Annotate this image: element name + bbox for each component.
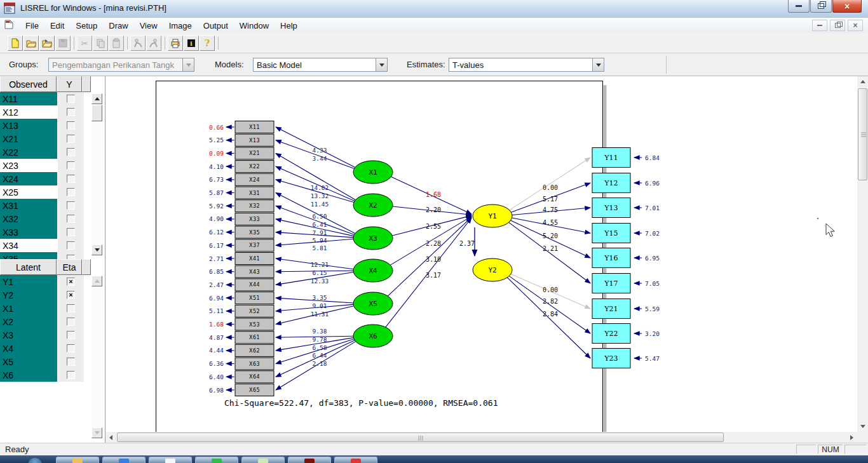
latent-checkbox-x5[interactable] (67, 358, 75, 366)
menu-file[interactable]: File (20, 19, 44, 32)
observed-checkbox-x13[interactable] (67, 121, 75, 130)
print-button[interactable] (168, 36, 183, 51)
mdi-close-button[interactable]: × (848, 20, 863, 31)
observed-checkbox-x34[interactable] (67, 241, 75, 250)
about-button[interactable]: i (184, 36, 199, 51)
mdi-restore-button[interactable] (830, 20, 845, 31)
observed-row-x24[interactable]: X24 (0, 172, 105, 185)
menu-draw[interactable]: Draw (103, 19, 133, 32)
canvas-vertical-scrollbar[interactable] (857, 76, 868, 432)
import-file-button[interactable] (39, 36, 55, 51)
minimize-button[interactable] (788, 0, 810, 13)
latent-checkbox-y1[interactable]: × (67, 278, 75, 286)
windows-taskbar[interactable] (0, 455, 868, 463)
latent-checkbox-y2[interactable]: × (67, 291, 75, 299)
observed-checkbox-x35[interactable] (67, 255, 75, 259)
latent-row-x5[interactable]: X5 (0, 355, 105, 368)
groups-dropdown-icon[interactable] (182, 58, 194, 71)
latent-eta-header-button[interactable]: Eta (57, 259, 82, 275)
observed-row-x21[interactable]: X21 (0, 132, 105, 145)
observed-row-x23[interactable]: X23 (0, 159, 105, 172)
observed-row-x31[interactable]: X31 (0, 199, 105, 212)
canvas-scroll-left-icon[interactable] (105, 432, 116, 443)
menu-image[interactable]: Image (163, 19, 198, 32)
new-file-button[interactable] (8, 36, 23, 51)
taskbar-app-button-7[interactable] (334, 457, 377, 463)
start-button[interactable] (28, 458, 42, 463)
menu-view[interactable]: View (134, 19, 163, 32)
help-button[interactable]: ? (200, 36, 215, 51)
observed-checkbox-x25[interactable] (67, 188, 75, 196)
menu-help[interactable]: Help (275, 19, 303, 32)
observed-row-x12[interactable]: X12 (0, 105, 105, 119)
observed-row-x32[interactable]: X32 (0, 212, 105, 225)
path-diagram-canvas[interactable]: 0.66X114.335.25X133.44X10.09X2114.024.10… (105, 76, 868, 443)
latent-checkbox-x6[interactable] (67, 371, 75, 379)
observed-checkbox-x21[interactable] (67, 135, 75, 143)
latent-checkbox-x2[interactable] (67, 318, 75, 326)
models-combobox[interactable]: Basic Model (253, 58, 388, 72)
canvas-scroll-right-icon[interactable] (846, 432, 857, 443)
observed-row-x35[interactable]: X35 (0, 252, 105, 259)
models-dropdown-icon[interactable] (376, 58, 387, 71)
groups-combobox[interactable]: Pengembangan Perikanan Tangk (48, 58, 194, 72)
observed-row-x11[interactable]: X11 (0, 92, 105, 105)
taskbar-app-button-3[interactable] (149, 457, 192, 463)
latent-header-button[interactable]: Latent (0, 259, 57, 275)
save-button[interactable] (55, 36, 71, 51)
run-lisrel-button[interactable] (130, 36, 146, 51)
observed-row-x33[interactable]: X33 (0, 225, 105, 239)
observed-scroll-down-icon[interactable] (92, 245, 102, 255)
observed-checkbox-x24[interactable] (67, 175, 75, 183)
latent-row-y2[interactable]: Y2× (0, 288, 105, 302)
cut-button[interactable]: ✂ (77, 36, 92, 51)
estimates-dropdown-icon[interactable] (592, 58, 604, 71)
observed-y-header-button[interactable]: Y (57, 76, 82, 92)
observed-row-x34[interactable]: X34 (0, 239, 105, 252)
estimates-combobox[interactable]: T-values (449, 58, 604, 72)
latent-checkbox-x4[interactable] (67, 344, 75, 352)
observed-row-x22[interactable]: X22 (0, 145, 105, 159)
latent-row-x1[interactable]: X1 (0, 302, 105, 315)
mdi-minimize-button[interactable] (812, 20, 827, 31)
observed-checkbox-x23[interactable] (67, 161, 75, 170)
observed-checkbox-x32[interactable] (67, 215, 75, 223)
observed-checkbox-x11[interactable] (67, 95, 75, 103)
observed-scrollbar[interactable] (92, 93, 102, 258)
observed-row-x13[interactable]: X13 (0, 119, 105, 132)
canvas-horizontal-scrollbar[interactable] (105, 432, 857, 443)
canvas-hscroll-thumb[interactable] (117, 433, 724, 442)
observed-scroll-thumb[interactable] (92, 105, 102, 121)
observed-header-button[interactable]: Observed (0, 76, 57, 92)
canvas-scroll-down-icon[interactable] (857, 421, 868, 432)
observed-checkbox-x31[interactable] (67, 201, 75, 210)
open-file-button[interactable] (24, 36, 39, 51)
taskbar-app-button-2[interactable] (102, 457, 146, 463)
latent-row-y1[interactable]: Y1× (0, 275, 105, 288)
menu-window[interactable]: Window (234, 19, 275, 32)
taskbar-app-button-6[interactable] (288, 457, 331, 463)
canvas-scroll-up-icon[interactable] (857, 76, 868, 87)
latent-row-x4[interactable]: X4 (0, 342, 105, 355)
copy-button[interactable] (93, 36, 108, 51)
menu-edit[interactable]: Edit (44, 19, 70, 32)
latent-scrollbar[interactable] (92, 276, 102, 438)
latent-row-x6[interactable]: X6 (0, 368, 105, 382)
observed-row-x25[interactable]: X25 (0, 185, 105, 199)
latent-scroll-down-icon[interactable] (92, 427, 102, 438)
paste-button[interactable] (109, 36, 124, 51)
canvas-vscroll-thumb[interactable] (858, 88, 867, 180)
latent-row-x3[interactable]: X3 (0, 328, 105, 342)
latent-scroll-up-icon[interactable] (92, 276, 102, 286)
observed-checkbox-x12[interactable] (67, 108, 75, 116)
observed-checkbox-x33[interactable] (67, 228, 75, 236)
latent-checkbox-x1[interactable] (67, 304, 75, 312)
taskbar-app-button-1[interactable] (56, 457, 99, 463)
latent-checkbox-x3[interactable] (67, 331, 75, 339)
restore-button[interactable] (810, 0, 832, 13)
taskbar-app-button-4[interactable] (195, 457, 238, 463)
observed-scroll-up-icon[interactable] (92, 93, 102, 104)
latent-row-x2[interactable]: X2 (0, 315, 105, 328)
menu-setup[interactable]: Setup (70, 19, 103, 32)
run-prelis-button[interactable] (146, 36, 161, 51)
